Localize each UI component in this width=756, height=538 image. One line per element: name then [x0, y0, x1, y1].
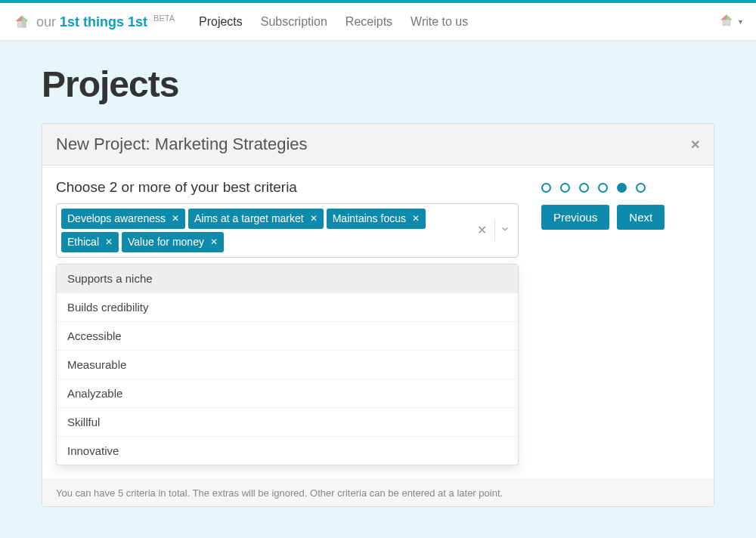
criteria-label: Choose 2 or more of your best criteria	[56, 179, 519, 196]
page-title: Projects	[42, 63, 714, 105]
step-dot-5[interactable]	[617, 183, 627, 193]
tag-label: Maintains focus	[333, 212, 406, 225]
clear-all-icon[interactable]: ✕	[477, 223, 487, 237]
user-menu-dropdown[interactable]: ▾	[719, 13, 742, 30]
project-panel: New Project: Marketing Strategies ✕ Choo…	[42, 123, 714, 507]
navbar: our 1st things 1st BETA Projects Subscri…	[0, 3, 756, 41]
navbar-right: ▾	[719, 13, 742, 30]
wizard-nav-column: Previous Next	[541, 179, 700, 230]
nav-link-receipts[interactable]: Receipts	[336, 3, 401, 41]
criteria-tag: Develops awareness ✕	[61, 209, 185, 229]
nav-links: Projects Subscription Receipts Write to …	[190, 3, 477, 41]
criteria-tag: Aims at a target market ✕	[188, 209, 324, 229]
separator	[494, 220, 495, 241]
dropdown-option[interactable]: Skillful	[57, 408, 518, 437]
dropdown-option[interactable]: Builds credibility	[57, 293, 518, 322]
chevron-down-icon[interactable]	[500, 224, 510, 237]
tag-remove-icon[interactable]: ✕	[172, 213, 179, 224]
house-user-icon	[719, 13, 734, 30]
previous-button[interactable]: Previous	[541, 205, 609, 230]
close-icon[interactable]: ✕	[690, 138, 700, 152]
criteria-multiselect[interactable]: Develops awareness ✕ Aims at a target ma…	[56, 203, 519, 258]
panel-header: New Project: Marketing Strategies ✕	[42, 124, 714, 165]
navbar-left: our 1st things 1st BETA Projects Subscri…	[14, 3, 477, 41]
step-dot-4[interactable]	[598, 183, 608, 193]
dropdown-option[interactable]: Supports a niche	[57, 264, 518, 293]
step-dot-2[interactable]	[560, 183, 570, 193]
house-logo-icon	[14, 14, 30, 30]
dropdown-option[interactable]: Analyzable	[57, 379, 518, 408]
nav-link-write-to-us[interactable]: Write to us	[401, 3, 477, 41]
step-dot-1[interactable]	[541, 183, 551, 193]
panel-title: New Project: Marketing Strategies	[56, 134, 308, 154]
tag-remove-icon[interactable]: ✕	[412, 213, 420, 224]
next-button[interactable]: Next	[617, 205, 665, 230]
brand-main: 1st things 1st	[60, 14, 147, 29]
nav-link-subscription[interactable]: Subscription	[252, 3, 336, 41]
brand-badge: BETA	[153, 14, 175, 23]
tag-remove-icon[interactable]: ✕	[310, 213, 318, 224]
panel-footer-note: You can have 5 criteria in total. The ex…	[42, 479, 714, 506]
panel-body-row: Choose 2 or more of your best criteria D…	[56, 179, 700, 465]
dropdown-option[interactable]: Measurable	[57, 351, 518, 379]
dropdown-option[interactable]: Innovative	[57, 437, 518, 465]
tag-remove-icon[interactable]: ✕	[105, 237, 113, 247]
tag-label: Value for money	[128, 236, 204, 249]
brand-logo-group[interactable]: our 1st things 1st BETA	[14, 14, 175, 30]
brand-prefix: our	[36, 14, 56, 29]
nav-link-projects[interactable]: Projects	[190, 3, 252, 41]
wizard-nav-buttons: Previous Next	[541, 205, 700, 230]
brand-text: our 1st things 1st BETA	[36, 14, 175, 30]
dropdown-option[interactable]: Accessible	[57, 322, 518, 351]
criteria-tag: Ethical ✕	[61, 232, 119, 252]
tag-label: Aims at a target market	[194, 212, 304, 225]
tag-remove-icon[interactable]: ✕	[210, 237, 218, 247]
selected-tags-area[interactable]: Develops awareness ✕ Aims at a target ma…	[57, 204, 472, 257]
wizard-stepper	[541, 179, 700, 193]
step-dot-3[interactable]	[579, 183, 589, 193]
step-dot-6[interactable]	[636, 183, 646, 193]
multiselect-controls: ✕	[472, 204, 518, 257]
criteria-column: Choose 2 or more of your best criteria D…	[56, 179, 519, 465]
criteria-tag: Maintains focus ✕	[327, 209, 426, 229]
main-container: Projects New Project: Marketing Strategi…	[42, 41, 714, 537]
criteria-tag: Value for money ✕	[122, 232, 224, 252]
criteria-dropdown-menu: Supports a niche Builds credibility Acce…	[56, 264, 519, 465]
tag-label: Develops awareness	[67, 212, 166, 225]
caret-down-icon: ▾	[739, 17, 742, 26]
svg-rect-3	[22, 21, 26, 27]
panel-body: Choose 2 or more of your best criteria D…	[42, 165, 714, 479]
tag-label: Ethical	[67, 236, 99, 249]
